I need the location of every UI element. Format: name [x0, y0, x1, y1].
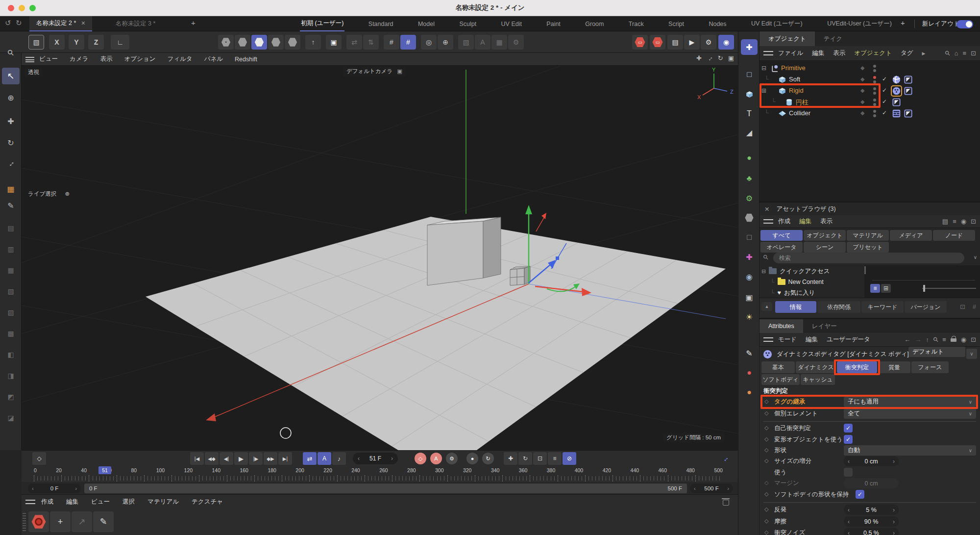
next-frame-button[interactable]: |▶	[249, 452, 263, 465]
layer-diamond-icon[interactable]: ◆	[860, 76, 864, 82]
phong-tag-icon[interactable]	[904, 75, 913, 84]
stepper-increase-icon[interactable]: ›	[75, 485, 77, 491]
key-rotation-button[interactable]: ↻	[481, 452, 495, 465]
phong-tag-icon[interactable]	[904, 109, 913, 118]
copy-icon[interactable]: ⊡	[960, 303, 965, 310]
tab-force[interactable]: フォース	[911, 361, 949, 373]
render-view-button[interactable]: ▭	[632, 35, 648, 50]
tree-row-soft[interactable]: └ Soft ◆ ✓	[760, 74, 980, 85]
panel-menu-icon[interactable]	[763, 337, 773, 342]
popout-icon[interactable]: ⊡	[971, 336, 976, 343]
menu-more-icon[interactable]: ▶	[922, 51, 926, 56]
panel-menu-icon[interactable]	[763, 219, 773, 224]
object-name[interactable]: Collider	[789, 109, 810, 117]
folder-favorites[interactable]: └ ♥ お気に入り	[770, 288, 815, 298]
key-diamond-icon[interactable]: ◇	[764, 447, 768, 453]
cube-tool-button[interactable]: ▧	[458, 35, 474, 50]
layout-tab[interactable]: UVEdit-User (ユーザー)	[826, 17, 893, 31]
redo-icon[interactable]: ↻	[16, 19, 22, 27]
filter-icon[interactable]: ≡	[953, 218, 956, 225]
magic-solo-button[interactable]: ◉	[718, 35, 734, 50]
light-icon[interactable]: ☀	[741, 309, 758, 325]
key-diamond-icon[interactable]: ◇	[764, 410, 768, 416]
key-diamond-icon[interactable]: ◇	[764, 518, 768, 524]
orange-light-icon[interactable]: ●	[741, 384, 758, 400]
axis-lock-button[interactable]: ⇅	[363, 35, 379, 50]
layer-diamond-icon[interactable]: ◆	[860, 99, 864, 105]
move-tool-button[interactable]: ✚	[2, 113, 20, 129]
stepper-increase-icon[interactable]: ›	[893, 507, 895, 513]
key-parameter-button[interactable]: ≡	[548, 452, 562, 465]
snap-disabled-button[interactable]: ⊘	[563, 452, 576, 465]
timeline-ruler[interactable]: 0204060801001201401601802002202402602803…	[34, 467, 723, 473]
tree-row-collider[interactable]: └ Collider ◆ ✓	[760, 108, 980, 119]
expander-icon[interactable]: ⊟	[761, 268, 766, 275]
close-panel-icon[interactable]: ✕	[764, 205, 769, 213]
filter-tab-media[interactable]: メディア	[890, 230, 932, 241]
link-material-button[interactable]: ↗	[72, 511, 92, 532]
previous-frame-button[interactable]: ◀|	[220, 452, 233, 465]
key-diamond-icon[interactable]: ◇	[764, 425, 768, 431]
workplane-button[interactable]: ▣	[326, 35, 342, 50]
tab-dynamics[interactable]: ダイナミクス	[796, 361, 836, 373]
layout-tab[interactable]: Paint	[545, 18, 562, 30]
stepper-value[interactable]: 0 cm	[864, 458, 878, 465]
record-icon[interactable]: ◉	[961, 218, 966, 225]
stepper-value[interactable]: 90 %	[864, 518, 879, 525]
range-end-stepper[interactable]: ‹ 500 F ›	[690, 484, 733, 493]
object-name[interactable]: 円柱	[796, 98, 808, 107]
x-axis-lock-button[interactable]: X	[49, 35, 65, 50]
layer-diamond-icon[interactable]: ◆	[860, 65, 864, 71]
new-layout-button[interactable]: 新レイアウト	[922, 20, 959, 28]
shape-dropdown[interactable]: 自動 ∨	[844, 445, 976, 456]
key-diamond-icon[interactable]: ◇	[764, 506, 768, 512]
keywords-tab[interactable]: キーワード	[861, 301, 904, 313]
current-frame-field[interactable]: ‹ 51 F ›	[353, 453, 398, 464]
object-name[interactable]: Rigid	[789, 87, 804, 94]
object-axis-button[interactable]: ↑	[305, 35, 321, 50]
modeling-tool-icon[interactable]: ▩	[2, 325, 20, 342]
add-document-tab-button[interactable]: +	[191, 19, 196, 27]
scrollbar[interactable]	[864, 266, 866, 274]
enabled-check-icon[interactable]: ✓	[882, 98, 887, 105]
object-manager-menu-item[interactable]: ファイル	[778, 49, 803, 57]
forward-icon[interactable]: →	[915, 336, 921, 343]
loop-selection-button[interactable]: ⊕	[438, 35, 453, 50]
axis-swap-button[interactable]: ⇄	[346, 35, 362, 50]
search-icon[interactable]: ⚲	[945, 50, 950, 57]
stepper-value[interactable]: 0.5 %	[863, 530, 879, 535]
viewport-menu-icon[interactable]	[25, 57, 34, 62]
filter-tab-nodes[interactable]: ノード	[933, 230, 975, 241]
layer-diamond-icon[interactable]: ◆	[860, 110, 864, 116]
modeling-tool-icon[interactable]: ◧	[2, 346, 20, 363]
viewport-menu-item[interactable]: カメラ	[70, 55, 88, 63]
sculpt-icon[interactable]: ◢	[741, 125, 758, 140]
key-diamond-icon[interactable]: ◇	[764, 529, 768, 535]
field-icon[interactable]: □	[741, 229, 758, 245]
range-end-value[interactable]: 500 F	[704, 485, 718, 491]
layout-tab[interactable]: UV Edit (ユーザー)	[750, 17, 804, 31]
up-icon[interactable]: ↑	[926, 336, 929, 343]
layout-tab[interactable]: Nodes	[708, 18, 727, 30]
size-increment-stepper[interactable]: ‹ 0 cm ›	[844, 456, 899, 466]
view-mode-icon[interactable]: ▤	[942, 218, 948, 225]
viewport-menu-item[interactable]: ビュー	[39, 55, 58, 63]
trash-icon[interactable]	[723, 500, 729, 506]
back-icon[interactable]: ←	[904, 336, 910, 343]
document-tab-active[interactable]: 名称未設定 2 * ✕	[29, 16, 92, 31]
coordinate-system-button[interactable]: ∟	[111, 35, 129, 50]
drag-grip[interactable]	[23, 512, 26, 531]
stepper-value[interactable]: 5 %	[866, 507, 877, 513]
z-axis-lock-button[interactable]: Z	[88, 35, 104, 50]
filter-tab-all[interactable]: すべて	[760, 230, 803, 241]
frame-decrease-icon[interactable]: ‹	[358, 455, 360, 462]
layout-tab[interactable]: Standard	[368, 18, 394, 30]
expander-icon[interactable]: ⊞	[761, 87, 766, 94]
lock-icon[interactable]	[951, 336, 956, 342]
filter-tab-operators[interactable]: オペレータ	[760, 242, 803, 253]
filter-tab-presets[interactable]: プリセット	[847, 242, 889, 253]
viewport-menu-item[interactable]: フィルタ	[167, 55, 192, 63]
spline-icon[interactable]: □	[741, 67, 758, 82]
deformer-icon[interactable]: ✚	[741, 249, 758, 265]
home-icon[interactable]: ⌂	[955, 50, 958, 57]
